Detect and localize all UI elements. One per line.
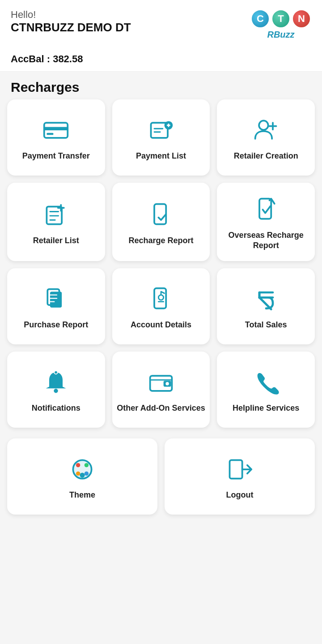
header: Hello! CTNRBUZZ DEMO DT C T N RBuzz (0, 0, 322, 47)
logout-button[interactable]: Logout (165, 438, 315, 515)
documents-icon (42, 285, 70, 313)
logo-t-icon: T (271, 9, 291, 29)
overseas-recharge-report-label: Overseas Recharge Report (221, 230, 310, 251)
svg-point-39 (76, 463, 80, 467)
recharge-report-label: Recharge Report (128, 236, 193, 246)
helpline-services-label: Helpline Services (233, 403, 299, 413)
svg-point-9 (259, 121, 268, 130)
card-icon (42, 116, 70, 145)
phone-check-icon (147, 201, 175, 229)
add-user-icon (252, 116, 280, 145)
logo-brand: RBuzz (267, 30, 294, 40)
phone-tick-icon (252, 195, 280, 224)
notifications-label: Notifications (32, 403, 80, 413)
svg-point-27 (158, 295, 163, 300)
svg-point-31 (54, 389, 58, 393)
svg-point-41 (85, 472, 89, 476)
phone-icon (252, 368, 280, 397)
phone-share-icon (147, 285, 175, 313)
retailer-creation-label: Retailer Creation (234, 151, 298, 161)
theme-button[interactable]: Theme (7, 438, 157, 515)
theme-label: Theme (69, 490, 95, 500)
svg-rect-2 (47, 133, 54, 135)
svg-rect-44 (230, 460, 242, 478)
notifications-button[interactable]: Notifications (7, 352, 105, 428)
helpline-services-button[interactable]: Helpline Services (217, 352, 315, 428)
svg-rect-18 (154, 204, 166, 224)
main-grid: Payment Transfer Payment List Reta (0, 99, 322, 438)
account-details-label: Account Details (131, 320, 191, 330)
purchase-report-label: Purchase Report (24, 320, 88, 330)
purchase-report-button[interactable]: Purchase Report (7, 268, 105, 344)
payment-transfer-button[interactable]: Payment Transfer (7, 99, 105, 176)
svg-point-35 (165, 382, 169, 386)
rupee-icon (252, 285, 280, 313)
other-addon-services-label: Other Add-On Services (117, 403, 205, 413)
overseas-recharge-report-button[interactable]: Overseas Recharge Report (217, 183, 315, 261)
total-sales-label: Total Sales (245, 320, 287, 330)
wallet-icon (147, 368, 175, 397)
svg-point-43 (80, 473, 85, 478)
list-plus-icon (42, 201, 70, 229)
retailer-list-label: Retailer List (33, 236, 79, 246)
payment-list-button[interactable]: Payment List (112, 99, 210, 176)
svg-point-42 (76, 472, 80, 476)
recharge-report-button[interactable]: Recharge Report (112, 183, 210, 261)
logout-label: Logout (226, 490, 254, 500)
username: CTNRBUZZ DEMO DT (11, 21, 131, 34)
logo-n-icon: N (292, 9, 311, 29)
svg-point-32 (55, 371, 58, 374)
payment-list-label: Payment List (136, 151, 186, 161)
palette-icon (68, 455, 97, 484)
svg-rect-1 (44, 127, 68, 131)
logo-c-icon: C (250, 9, 270, 29)
logo-circles: C T N (250, 9, 311, 29)
header-left: Hello! CTNRBUZZ DEMO DT (11, 9, 131, 34)
other-addon-services-button[interactable]: Other Add-On Services (112, 352, 210, 428)
logout-icon (225, 455, 254, 484)
retailer-list-button[interactable]: Retailer List (7, 183, 105, 261)
bottom-grid: Theme Logout (0, 438, 322, 525)
svg-point-40 (85, 463, 89, 467)
total-sales-button[interactable]: Total Sales (217, 268, 315, 344)
svg-rect-26 (154, 288, 166, 309)
bell-icon (42, 368, 70, 397)
payment-transfer-label: Payment Transfer (22, 151, 90, 161)
account-balance: AccBal : 382.58 (0, 47, 322, 72)
payment-list-icon (147, 116, 175, 145)
logo: C T N RBuzz (250, 9, 311, 40)
retailer-creation-button[interactable]: Retailer Creation (217, 99, 315, 176)
greeting: Hello! (11, 9, 131, 21)
account-details-button[interactable]: Account Details (112, 268, 210, 344)
section-title: Recharges (0, 72, 322, 99)
